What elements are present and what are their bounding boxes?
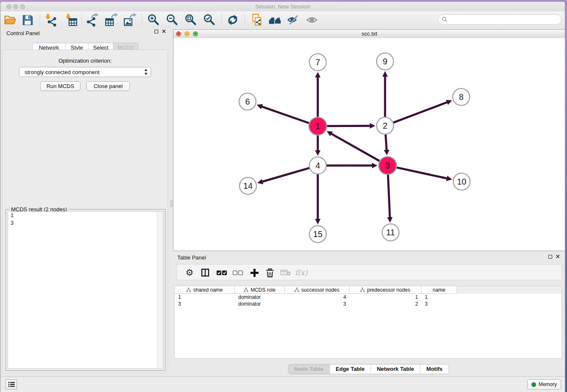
edge-arrowhead-icon	[370, 123, 375, 129]
graph-edge-2-3[interactable]	[385, 135, 386, 151]
column-header-name[interactable]: name	[421, 286, 457, 294]
table-panel-title: Table Panel	[177, 254, 206, 261]
float-panel-icon[interactable]	[154, 30, 158, 33]
result-line: 1	[8, 212, 163, 219]
tab-network-table[interactable]: Network Table	[371, 364, 421, 374]
zoom-out-icon[interactable]	[165, 13, 179, 27]
graph-edge-3-11[interactable]	[388, 175, 390, 218]
delete-table-icon[interactable]	[280, 267, 292, 279]
control-panel-title: Control Panel	[6, 30, 40, 36]
zoom-fit-icon[interactable]	[184, 13, 198, 27]
attribute-type-icon	[360, 287, 365, 292]
cell-name[interactable]: 3	[421, 301, 457, 307]
toolbar-separator	[142, 14, 142, 25]
maximize-view-icon[interactable]: +	[193, 31, 198, 36]
graph-edge-1-2[interactable]	[327, 126, 371, 126]
column-header-mcds-role[interactable]: MCDS role	[235, 286, 285, 294]
toolbar-separator	[221, 14, 222, 25]
tab-edge-table[interactable]: Edge Table	[330, 364, 371, 374]
zoom-in-icon[interactable]	[146, 13, 161, 27]
result-line: 3	[8, 219, 163, 227]
table-row[interactable]: 1dominator411	[175, 294, 561, 301]
column-header-shared-name[interactable]: shared name	[175, 286, 235, 294]
graph-node-label: 3	[385, 161, 390, 170]
import-network-icon[interactable]	[43, 13, 58, 27]
network-graph: 7968124314101511	[173, 38, 565, 251]
tab-node-table[interactable]: Node Table	[288, 364, 330, 374]
cell-predecessor-nodes[interactable]: 1	[350, 294, 421, 301]
memory-button[interactable]: Memory	[527, 379, 561, 389]
run-mcds-button[interactable]: Run MCDS	[40, 81, 80, 91]
cell-mcds-role[interactable]: dominator	[235, 301, 285, 307]
edge-arrowhead-icon	[384, 150, 389, 155]
export-image-icon[interactable]	[123, 13, 137, 27]
maximize-window-icon[interactable]	[20, 4, 25, 9]
column-header-predecessor-nodes[interactable]: predecessor nodes	[350, 286, 421, 294]
function-builder-icon[interactable]: f(x)	[295, 267, 307, 279]
close-window-icon[interactable]	[6, 4, 11, 9]
cell-successor-nodes[interactable]: 3	[285, 301, 350, 307]
zoom-selected-icon[interactable]	[202, 13, 217, 27]
graph-edge-3-10[interactable]	[396, 168, 447, 179]
deselect-all-icon[interactable]	[232, 267, 244, 279]
export-table-icon[interactable]	[104, 13, 118, 27]
cell-name[interactable]: 1	[421, 294, 457, 301]
graph-edge-3-1[interactable]	[330, 133, 379, 161]
edge-arrowhead-icon	[383, 71, 388, 77]
import-table-icon[interactable]	[63, 13, 78, 27]
close-panel-button[interactable]: Close panel	[86, 81, 130, 91]
open-file-icon[interactable]	[3, 13, 17, 27]
show-all-icon[interactable]	[305, 13, 319, 27]
result-scrollbar[interactable]	[157, 212, 163, 368]
close-view-icon[interactable]: ×	[176, 31, 181, 36]
cell-shared-name[interactable]: 1	[175, 294, 235, 301]
graph-edge-1-6[interactable]	[261, 106, 309, 123]
cell-predecessor-nodes[interactable]: 2	[350, 301, 421, 307]
mcds-result-group: MCDS result (2 nodes) 1 3	[6, 209, 165, 371]
select-all-icon[interactable]	[216, 267, 228, 279]
search-input[interactable]	[438, 14, 561, 25]
minimize-view-icon[interactable]: –	[184, 31, 190, 36]
graph-node-label: 9	[383, 57, 387, 66]
table-header: shared name MCDS role successor nodes pr…	[175, 286, 561, 294]
hide-selected-icon[interactable]	[286, 13, 300, 27]
select-stepper-icon: ▲▼	[145, 68, 147, 76]
optimization-criterion-select[interactable]: strongly connected component ▲▼	[19, 67, 151, 77]
mcds-result-list[interactable]: 1 3	[8, 211, 163, 369]
table-row[interactable]: 3dominator323	[175, 301, 561, 307]
export-network-icon[interactable]	[85, 13, 100, 27]
toolbar-separator	[82, 14, 82, 25]
column-layout-icon[interactable]	[199, 267, 211, 279]
cell-mcds-role[interactable]: dominator	[235, 294, 285, 301]
first-neighbors-icon[interactable]	[268, 13, 282, 27]
graph-node-label: 10	[457, 177, 466, 186]
refresh-icon[interactable]	[226, 13, 240, 27]
table-toolbar: ⚙ f(x)	[176, 264, 562, 280]
close-panel-icon[interactable]: ✕	[161, 29, 166, 33]
node-table: shared name MCDS role successor nodes pr…	[174, 286, 562, 359]
show-panels-list-button[interactable]	[6, 379, 17, 389]
graph-node-label: 4	[315, 161, 320, 170]
search-icon	[442, 17, 448, 22]
graph-edge-4-14[interactable]	[262, 168, 309, 182]
optimization-criterion-value: strongly connected component	[25, 69, 99, 75]
cell-shared-name[interactable]: 3	[175, 301, 235, 307]
close-table-panel-icon[interactable]: ✕	[555, 254, 560, 259]
network-window-titlebar[interactable]: × – + scc.txt	[173, 30, 565, 39]
duplicate-network-icon[interactable]	[249, 13, 264, 27]
cell-successor-nodes[interactable]: 4	[285, 294, 350, 301]
edge-arrowhead-icon	[372, 163, 377, 168]
float-table-panel-icon[interactable]	[548, 255, 552, 259]
graph-node-label: 11	[386, 228, 395, 237]
delete-column-icon[interactable]	[264, 267, 276, 279]
save-session-icon[interactable]	[20, 13, 35, 27]
splitter-handle-icon[interactable]	[170, 200, 173, 207]
minimize-window-icon[interactable]	[13, 4, 18, 9]
tab-motifs[interactable]: Motifs	[421, 364, 449, 374]
settings-gear-icon[interactable]: ⚙	[184, 267, 195, 279]
edge-arrowhead-icon	[315, 219, 321, 224]
column-header-successor-nodes[interactable]: successor nodes	[285, 286, 350, 294]
add-column-icon[interactable]	[248, 267, 260, 279]
graph-edge-2-8[interactable]	[394, 102, 448, 123]
network-canvas[interactable]: 7968124314101511	[173, 38, 565, 251]
